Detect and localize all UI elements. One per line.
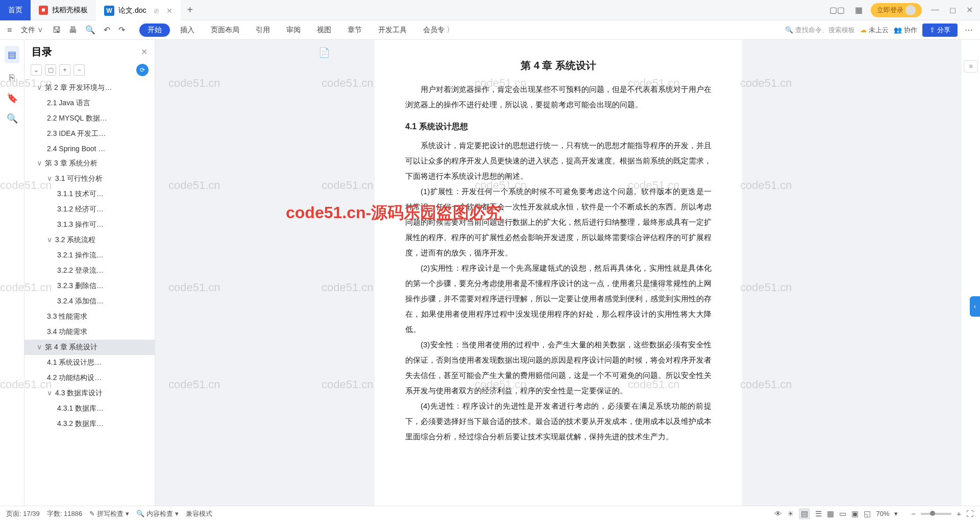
- print-icon[interactable]: 🖶: [67, 25, 79, 36]
- tree-item[interactable]: 3.2.4 添加信…: [24, 294, 155, 309]
- outline-view-icon[interactable]: ☰: [815, 509, 822, 518]
- fullscreen-icon[interactable]: ⛶: [966, 509, 974, 518]
- collab-button[interactable]: 👥 协作: [894, 26, 917, 35]
- ribbon-tab-view[interactable]: 视图: [311, 23, 337, 37]
- tree-item[interactable]: 2.3 IDEA 开发工…: [24, 126, 155, 141]
- ribbon-tab-start[interactable]: 开始: [139, 23, 170, 37]
- apps-icon[interactable]: ▦: [853, 3, 865, 17]
- ribbon-tab-chapter[interactable]: 章节: [341, 23, 368, 37]
- tree-item[interactable]: 3.4 功能需求: [24, 324, 155, 340]
- zoom-out-icon[interactable]: −: [911, 509, 916, 518]
- right-rail: ≡: [962, 40, 980, 506]
- add-tab-button[interactable]: +: [181, 4, 199, 16]
- bookmark-rail-icon[interactable]: 🔖: [7, 92, 18, 104]
- add-icon[interactable]: +: [59, 64, 70, 76]
- cloud-status[interactable]: ☁未上云: [860, 26, 889, 35]
- tree-item[interactable]: 3.2.2 登录流…: [24, 263, 155, 278]
- chapter-title: 第 4 章 系统设计: [405, 55, 712, 76]
- tree-item[interactable]: ∨4.3 数据库设计: [24, 386, 155, 401]
- search-rail-icon[interactable]: 🔍: [7, 113, 18, 124]
- save-icon[interactable]: 🖫: [51, 25, 63, 36]
- word-count[interactable]: 字数: 11886: [47, 509, 82, 518]
- content-check[interactable]: 🔍 内容检查 ▾: [136, 509, 179, 518]
- tree-item[interactable]: 3.1.2 经济可…: [24, 202, 155, 217]
- login-button[interactable]: 立即登录: [871, 3, 922, 17]
- reading-view-icon[interactable]: ☀: [787, 509, 794, 518]
- device-icon[interactable]: ⎚: [154, 7, 158, 15]
- tree-item[interactable]: 2.1 Java 语言: [24, 96, 155, 111]
- refresh-icon[interactable]: ⟳: [136, 64, 149, 76]
- outline-tree: ∨第 2 章 开发环境与…2.1 Java 语言2.2 MYSQL 数据…2.3…: [24, 80, 155, 506]
- close-window-button[interactable]: ✕: [963, 3, 976, 17]
- layout-icon[interactable]: ▢▢: [827, 3, 847, 17]
- expand-icon[interactable]: ▢: [45, 64, 56, 76]
- tree-item[interactable]: 4.1 系统设计思…: [24, 355, 155, 370]
- reading-mode-icon[interactable]: ▣: [851, 509, 859, 518]
- collapse-right-icon[interactable]: ≡: [964, 60, 978, 73]
- ribbon-tab-review[interactable]: 审阅: [280, 23, 307, 37]
- tree-item[interactable]: 3.2.3 删除信…: [24, 278, 155, 294]
- tab-templates[interactable]: 找稻壳模板: [31, 0, 96, 20]
- zoom-value[interactable]: 70%: [876, 510, 889, 517]
- ribbon-tab-insert[interactable]: 插入: [174, 23, 201, 37]
- close-icon[interactable]: ✕: [166, 7, 173, 15]
- tree-item[interactable]: ∨3.1 可行性分析: [24, 171, 155, 186]
- tab-home[interactable]: 首页: [0, 0, 31, 20]
- status-right: 👁 ☀ ▤ ☰ ▦ ▭ ▣ ◱ 70% ▾ − + ⛶: [774, 508, 974, 519]
- tab-document[interactable]: W 论文.doc ⎚ ✕: [96, 0, 181, 20]
- print-layout-icon[interactable]: ▭: [839, 509, 846, 518]
- tree-item[interactable]: 3.1.1 技术可…: [24, 186, 155, 202]
- tree-item[interactable]: 3.2.1 操作流…: [24, 248, 155, 263]
- menu-icon[interactable]: ≡: [5, 25, 14, 36]
- more-icon[interactable]: ⋯: [963, 24, 975, 36]
- zoom-in-icon[interactable]: +: [957, 509, 961, 518]
- spell-check[interactable]: ✎ 拼写检查 ▾: [89, 509, 129, 518]
- minimize-button[interactable]: —: [928, 3, 942, 17]
- tree-item[interactable]: 3.3 性能需求: [24, 309, 155, 324]
- outline-close-icon[interactable]: ✕: [141, 47, 148, 57]
- ribbon-tab-pagelayout[interactable]: 页面布局: [205, 23, 246, 37]
- ribbon-tab-member[interactable]: 会员专 〉: [417, 23, 460, 37]
- tree-item[interactable]: 4.3.1 数据库…: [24, 401, 155, 416]
- avatar-icon: [905, 5, 916, 15]
- tree-item[interactable]: 2.4 Spring Boot …: [24, 141, 155, 156]
- page-toolbar-icon[interactable]: 📄: [318, 47, 330, 58]
- thumbnails-rail-icon[interactable]: ⎘: [9, 73, 15, 83]
- zoom-slider[interactable]: [921, 513, 951, 515]
- outline-tools: ⌄ ▢ + − ⟳: [24, 62, 155, 80]
- file-menu[interactable]: 文件 ∨: [18, 23, 46, 37]
- zoom-fit-icon[interactable]: ◱: [864, 509, 871, 518]
- tree-item[interactable]: ∨3.2 系统流程: [24, 232, 155, 248]
- ribbon-tab-references[interactable]: 引用: [250, 23, 276, 37]
- collapse-all-icon[interactable]: ⌄: [31, 64, 42, 76]
- paragraph: (1)扩展性：开发任何一个系统的时候不可避免要考虑这个问题。软件版本的更迭是一种…: [405, 184, 712, 260]
- compat-mode[interactable]: 兼容模式: [186, 509, 212, 518]
- redo-icon[interactable]: ↷: [116, 24, 127, 36]
- tree-item[interactable]: ∨第 2 章 开发环境与…: [24, 80, 155, 96]
- web-view-icon[interactable]: ▦: [827, 509, 834, 518]
- outline-rail-icon[interactable]: ▤: [5, 46, 19, 63]
- page-indicator[interactable]: 页面: 17/39: [6, 509, 40, 518]
- tree-item[interactable]: 2.2 MYSQL 数据…: [24, 111, 155, 126]
- page: 第 4 章 系统设计 用户对着浏览器操作，肯定会出现某些不可预料的问题，但是不代…: [375, 40, 742, 506]
- undo-icon[interactable]: ↶: [102, 24, 112, 36]
- eye-icon[interactable]: 👁: [774, 509, 782, 518]
- remove-icon[interactable]: −: [74, 64, 85, 76]
- outline-title: 目录: [32, 45, 52, 59]
- document-area[interactable]: 📄 第 4 章 系统设计 用户对着浏览器操作，肯定会出现某些不可预料的问题，但是…: [155, 40, 962, 506]
- command-search[interactable]: 🔍 查找命令、搜索模板: [785, 26, 855, 35]
- tree-item[interactable]: 4.2 功能结构设…: [24, 370, 155, 386]
- tree-item[interactable]: 3.1.3 操作可…: [24, 217, 155, 232]
- ribbon-right: 🔍 查找命令、搜索模板 ☁未上云 👥 协作 ⇧ 分享 ⋯: [785, 23, 975, 37]
- share-button[interactable]: ⇧ 分享: [922, 23, 958, 37]
- outline-header: 目录 ✕: [24, 40, 155, 62]
- page-view-icon[interactable]: ▤: [799, 508, 810, 519]
- maximize-button[interactable]: ◻: [946, 3, 959, 17]
- left-rail: ▤ ⎘ 🔖 🔍: [0, 40, 24, 506]
- tree-item[interactable]: ∨第 3 章 系统分析: [24, 156, 155, 171]
- tree-item[interactable]: 4.3.2 数据库…: [24, 416, 155, 432]
- side-drawer-button[interactable]: ‹: [970, 296, 980, 317]
- tree-item[interactable]: ∨第 4 章 系统设计: [24, 340, 155, 355]
- ribbon-tab-devtools[interactable]: 开发工具: [372, 23, 413, 37]
- preview-icon[interactable]: 🔍: [83, 24, 97, 36]
